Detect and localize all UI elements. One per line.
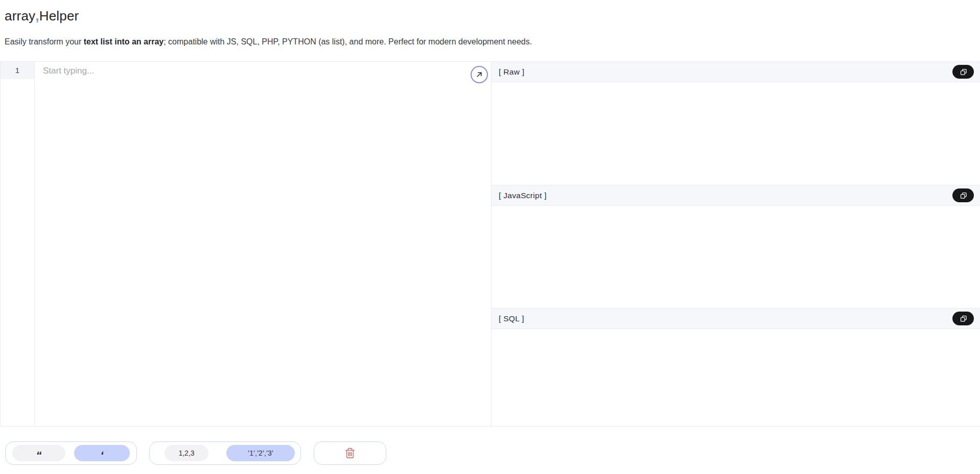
clear-group <box>314 441 386 465</box>
line-number: 1 <box>1 62 34 79</box>
output-content-javascript <box>492 206 980 308</box>
app-header: array,Helper Easily transform your text … <box>0 0 980 61</box>
arrow-up-right-icon <box>475 70 484 79</box>
tagline-text-rest: ; compatible with JS, SQL, PHP, PYTHON (… <box>164 37 532 46</box>
text-input-placeholder: Start typing... <box>43 65 483 77</box>
output-content-raw <box>492 82 980 185</box>
tagline-text: Easily transform your <box>5 37 84 46</box>
output-content-sql <box>492 329 980 426</box>
clear-button[interactable] <box>342 445 358 461</box>
output-label-javascript: [ JavaScript ] <box>499 191 547 200</box>
copy-icon <box>960 68 967 76</box>
double-quote-button[interactable]: “ <box>12 445 65 461</box>
output-label-sql: [ SQL ] <box>499 314 524 323</box>
line-number-gutter: 1 <box>1 62 35 426</box>
input-pane: 1 Start typing... <box>0 62 492 426</box>
app-title-prefix: array <box>5 8 35 23</box>
output-section-sql: [ SQL ] <box>492 308 980 426</box>
output-section-raw: [ Raw ] <box>492 62 980 185</box>
text-input-area[interactable]: Start typing... <box>35 62 491 426</box>
bottom-toolbar: “ ‘ 1,2,3 ’1’,’2’,’3’ <box>5 441 386 465</box>
double-quote-glyph: “ <box>36 453 42 458</box>
copy-javascript-button[interactable] <box>952 188 974 202</box>
copy-raw-button[interactable] <box>952 65 974 79</box>
app-tagline: Easily transform your text list into an … <box>5 37 532 46</box>
single-quote-button[interactable]: ‘ <box>74 445 130 461</box>
output-format-group: 1,2,3 ’1’,’2’,’3’ <box>149 441 301 465</box>
output-label-raw: [ Raw ] <box>499 67 524 77</box>
copy-icon <box>960 315 967 322</box>
output-header-javascript: [ JavaScript ] <box>492 185 980 206</box>
workspace: 1 Start typing... [ Raw ] <box>0 61 980 426</box>
output-pane: [ Raw ] [ JavaScript ] <box>492 62 980 426</box>
format-quoted-button[interactable]: ’1’,’2’,’3’ <box>226 445 295 461</box>
tagline-bold-text: text list into an array <box>84 37 164 46</box>
output-header-raw: [ Raw ] <box>492 62 980 82</box>
format-plain-button[interactable]: 1,2,3 <box>165 445 208 461</box>
app-title-accent-comma: , <box>35 8 39 23</box>
quote-style-group: “ ‘ <box>5 441 137 465</box>
transform-button[interactable] <box>471 66 488 83</box>
app-title-suffix: Helper <box>39 8 79 23</box>
output-header-sql: [ SQL ] <box>492 309 980 329</box>
app-title: array,Helper <box>5 8 79 24</box>
single-quote-glyph: ‘ <box>100 453 103 458</box>
copy-sql-button[interactable] <box>952 312 974 325</box>
output-section-javascript: [ JavaScript ] <box>492 185 980 308</box>
copy-icon <box>960 192 967 199</box>
trash-icon <box>344 447 356 459</box>
